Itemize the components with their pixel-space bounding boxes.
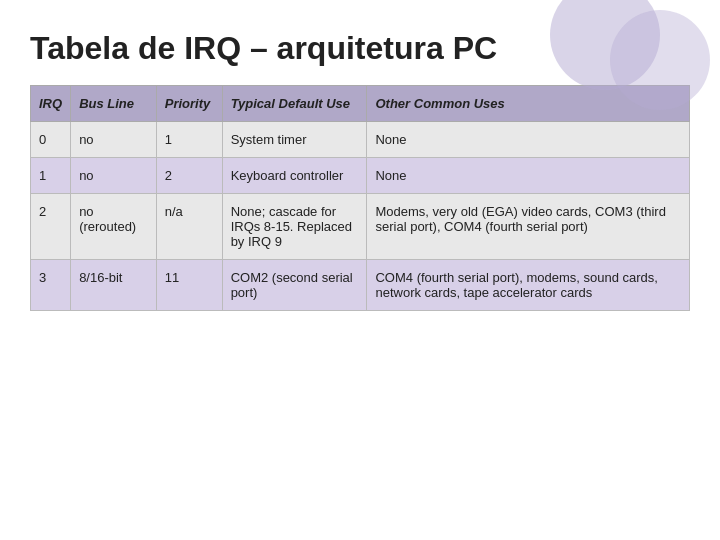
table-row: 38/16-bit11COM2 (second serial port)COM4… [31,260,690,311]
cell-typical: COM2 (second serial port) [222,260,367,311]
cell-priority: 11 [156,260,222,311]
table-row: 1no2Keyboard controllerNone [31,158,690,194]
cell-typical: System timer [222,122,367,158]
cell-bus: no [71,158,157,194]
cell-bus: 8/16-bit [71,260,157,311]
cell-typical: Keyboard controller [222,158,367,194]
cell-other: Modems, very old (EGA) video cards, COM3… [367,194,690,260]
cell-irq: 3 [31,260,71,311]
cell-irq: 1 [31,158,71,194]
cell-bus: no (rerouted) [71,194,157,260]
page: Tabela de IRQ – arquitetura PC IRQ Bus L… [0,0,720,540]
cell-other: None [367,122,690,158]
circle-2 [610,10,710,110]
table-row: 0no1System timerNone [31,122,690,158]
irq-table: IRQ Bus Line Priority Typical Default Us… [30,85,690,311]
cell-typical: None; cascade for IRQs 8-15. Replaced by… [222,194,367,260]
cell-priority: n/a [156,194,222,260]
cell-priority: 2 [156,158,222,194]
cell-irq: 2 [31,194,71,260]
cell-priority: 1 [156,122,222,158]
header-typical: Typical Default Use [222,86,367,122]
cell-bus: no [71,122,157,158]
header-priority: Priority [156,86,222,122]
table-row: 2no (rerouted)n/aNone; cascade for IRQs … [31,194,690,260]
cell-other: None [367,158,690,194]
table-header-row: IRQ Bus Line Priority Typical Default Us… [31,86,690,122]
header-irq: IRQ [31,86,71,122]
cell-irq: 0 [31,122,71,158]
header-bus: Bus Line [71,86,157,122]
cell-other: COM4 (fourth serial port), modems, sound… [367,260,690,311]
